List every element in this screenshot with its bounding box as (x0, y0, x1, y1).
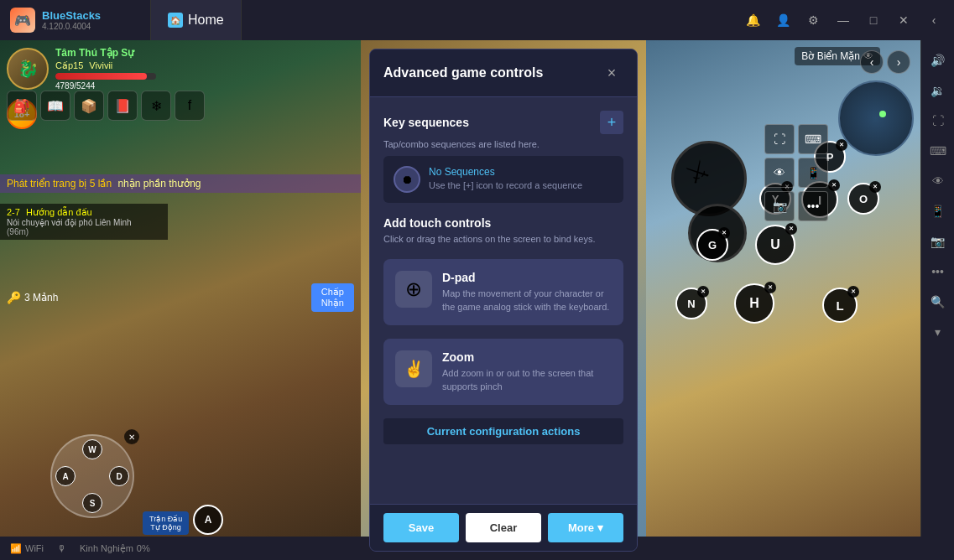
icon-phone2[interactable]: 📱 (798, 158, 828, 188)
icon-more2[interactable]: ••• (798, 191, 828, 221)
sidebar-expand[interactable]: ⛶ (925, 107, 951, 134)
sidebar-volume-up[interactable]: 🔊 (925, 47, 951, 74)
modal-overlay: Advanced game controls × Key sequences +… (361, 40, 646, 560)
hp-bar (55, 73, 156, 80)
settings-button[interactable]: ⚙ (800, 7, 826, 34)
dpad-control-card[interactable]: ⊕ D-pad Map the movement of your charact… (383, 259, 623, 325)
sidebar-keyboard[interactable]: ⌨ (925, 137, 951, 164)
clear-button[interactable]: Clear (466, 513, 541, 542)
reward-bar: Phát triển trang bị 5 lần nhận phần thưở… (0, 174, 361, 193)
icon-snowflake[interactable]: ❄ (141, 91, 171, 121)
key-u[interactable]: U ✕ (755, 225, 795, 265)
key-o-close[interactable]: ✕ (869, 181, 881, 193)
sidebar-phone[interactable]: 📱 (925, 198, 951, 225)
quest-items: 3 Mảnh (24, 292, 58, 303)
nav-left-button[interactable]: ‹ (860, 50, 884, 74)
advanced-game-controls-modal: Advanced game controls × Key sequences +… (369, 49, 638, 552)
top-bar: 🎮 BlueStacks 4.120.0.4004 🏠 Home 🔔 👤 ⚙ —… (0, 0, 954, 40)
dpad-close-icon[interactable]: ✕ (124, 429, 139, 444)
icon-book2[interactable]: 📕 (107, 91, 138, 121)
dpad-key-s[interactable]: S (82, 493, 102, 513)
quest-time: (96m) (7, 227, 161, 236)
hp-text: 4789/5244 (55, 81, 156, 91)
key-n[interactable]: N ✕ (675, 288, 707, 319)
key-h[interactable]: H ✕ (734, 283, 774, 324)
zoom-icon: ✌ (395, 350, 432, 387)
sidebar-volume-down[interactable]: 🔉 (925, 77, 951, 104)
dpad-key-d[interactable]: D (109, 466, 129, 486)
modal-header: Advanced game controls × (370, 49, 637, 97)
zoom-control-card[interactable]: ✌ Zoom Add zoom in or out to the screen … (383, 339, 623, 405)
key-g-close[interactable]: ✕ (718, 227, 730, 239)
key-u-close[interactable]: ✕ (785, 223, 797, 235)
profile-button[interactable]: 👤 (769, 7, 796, 34)
sequence-icon: ⏺ (394, 166, 420, 193)
key-g[interactable]: G ✕ (696, 229, 728, 261)
right-game-panel: ‹ › Bờ Biển Mặn 👁 ⛶ ⌨ 👁 📱 📷 ••• ⚔ P (646, 40, 920, 560)
icon-book[interactable]: 📖 (40, 91, 70, 121)
restore-button[interactable]: □ (860, 7, 887, 34)
key-sequences-section: Key sequences + Tap/combo sequences are … (383, 111, 623, 203)
icon-facebook[interactable]: f (175, 91, 205, 121)
dpad-control-name: D-pad (442, 271, 612, 284)
nav-right-button[interactable]: › (887, 50, 910, 74)
save-button[interactable]: Save (383, 513, 459, 542)
wifi-icon: 📶 (10, 543, 22, 554)
key-n-close[interactable]: ✕ (697, 286, 709, 298)
sidebar-eye[interactable]: 👁 (925, 168, 951, 194)
key-i-close[interactable]: ✕ (828, 179, 840, 191)
accept-button[interactable]: Chấp Nhận (311, 283, 354, 312)
icon-eye2[interactable]: 👁 (764, 158, 795, 188)
close-window-button[interactable]: ✕ (890, 7, 917, 34)
notification-button[interactable]: 🔔 (739, 7, 766, 34)
player-info: Tâm Thú Tập Sự Cấp15 Vivivii 4789/5244 (55, 47, 156, 91)
modal-close-button[interactable]: × (600, 61, 623, 85)
dpad-key-w[interactable]: W (82, 439, 102, 459)
dpad-key-a[interactable]: A (55, 466, 76, 486)
home-tab[interactable]: 🏠 Home (151, 0, 242, 40)
icon-bag[interactable]: 🎒 (7, 91, 37, 121)
icon-chest[interactable]: 📦 (74, 91, 104, 121)
hp-fill (55, 73, 147, 80)
minimap-player-dot (879, 111, 886, 117)
minimize-button[interactable]: — (830, 7, 857, 34)
key-h-close[interactable]: ✕ (764, 282, 776, 293)
sidebar-search[interactable]: 🔍 (925, 288, 951, 315)
touch-controls-section: Add touch controls Click or drag the act… (383, 216, 623, 246)
wifi-indicator: 📶 WiFi (10, 543, 44, 554)
key-l[interactable]: L ✕ (822, 288, 858, 323)
window-controls: 🔔 👤 ⚙ — □ ✕ ‹ (739, 7, 954, 34)
dpad[interactable]: ✕ W S A D (50, 434, 134, 518)
no-sequences-box: ⏺ No Sequences Use the [+] icon to recor… (383, 156, 623, 203)
auto-battle-button[interactable]: Trận ĐấuTự Động (143, 511, 189, 535)
quest-panel: 2-7 Hướng dẫn đấu Nói chuyện với đội phó… (0, 204, 168, 240)
icon-camera2[interactable]: 📷 (764, 191, 795, 221)
mic-indicator: 🎙 (57, 543, 66, 553)
collapse-button[interactable]: ‹ (920, 7, 947, 34)
sidebar-chevron-down[interactable]: ▾ (925, 319, 951, 345)
icon-expand[interactable]: ⛶ (764, 124, 795, 154)
action-key-a[interactable]: A (193, 505, 223, 535)
key-o[interactable]: O ✕ (847, 183, 879, 215)
sidebar-camera[interactable]: 📷 (925, 228, 951, 255)
right-sidebar: 🔊 🔉 ⛶ ⌨ 👁 📱 📷 ••• 🔍 ▾ (920, 40, 954, 560)
minimap (838, 80, 914, 156)
modal-body: Key sequences + Tap/combo sequences are … (370, 97, 637, 504)
player-level-username: Cấp15 Vivivii (55, 60, 156, 71)
dpad-icon: ⊕ (395, 271, 432, 308)
icon-keyboard2[interactable]: ⌨ (798, 124, 828, 154)
key-l-close[interactable]: ✕ (847, 286, 859, 298)
player-name: Tâm Thú Tập Sự (55, 47, 156, 59)
dpad-container: ✕ W S A D (50, 434, 134, 518)
app-name: BlueStacks (42, 9, 101, 22)
current-config-section: Current configuration actions (383, 418, 623, 444)
sidebar-more[interactable]: ••• (925, 258, 951, 285)
more-button[interactable]: More ▾ (548, 513, 623, 542)
player-hud: 🐉 Tâm Thú Tập Sự Cấp15 Vivivii 4789/5244 (7, 47, 156, 91)
dpad-control-description: Map the movement of your character or th… (442, 288, 612, 314)
touch-controls-title: Add touch controls (383, 216, 623, 230)
action-icons-row: ⛶ ⌨ (764, 124, 828, 154)
icon-row: 🎒 📖 📦 📕 ❄ f (0, 91, 361, 121)
touch-controls-description: Click or drag the actions on the screen … (383, 233, 623, 246)
add-sequence-button[interactable]: + (600, 111, 623, 134)
